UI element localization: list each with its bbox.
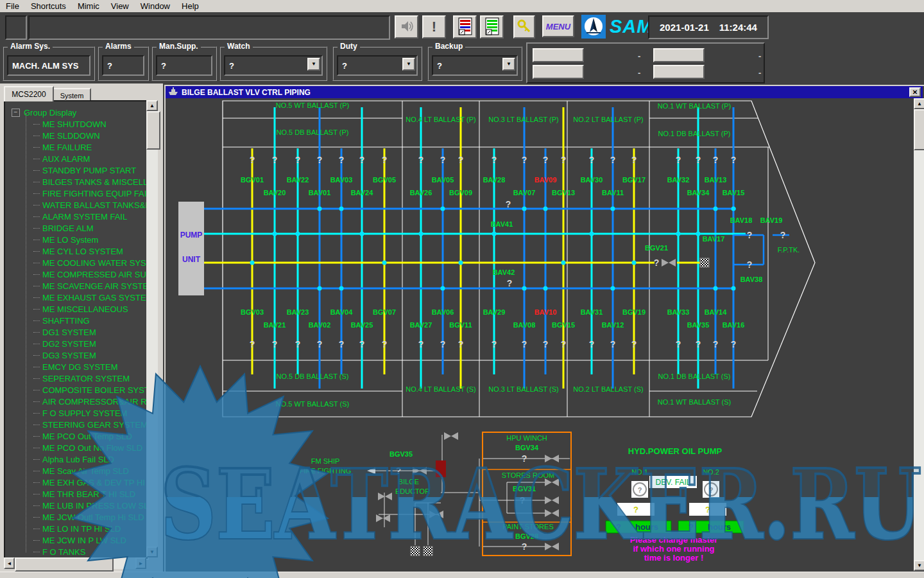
scroll-left-icon[interactable]: ◄ <box>4 557 15 569</box>
group-value-field[interactable]: ? <box>156 55 212 76</box>
sidebar-item-me-scavenge-air-system[interactable]: ME SCAVENGE AIR SYSTEM <box>33 280 149 292</box>
valve-column-BAV24[interactable]: ??BAV24BAV25 <box>351 107 374 389</box>
sidebar-item-dg3-system[interactable]: DG3 SYSTEM <box>33 349 96 361</box>
key-button[interactable] <box>513 15 535 39</box>
pump-status-box[interactable]: ? <box>617 503 654 516</box>
valve-symbol[interactable] <box>545 455 559 462</box>
chevron-down-icon[interactable]: ▼ <box>402 58 415 71</box>
pump-gauge[interactable]: ? <box>703 481 719 498</box>
horn-silence-button[interactable] <box>395 15 418 39</box>
running-hours-bar[interactable]: ?hours <box>678 521 744 533</box>
group-value-field[interactable]: MACH. ALM SYS <box>7 55 90 76</box>
valve-column-BAV28[interactable]: ??BAV28BAV29 <box>483 148 506 374</box>
sidebar-item-me-exhaust-gas-system[interactable]: ME EXHAUST GAS SYSTEM <box>33 292 149 303</box>
valve-symbol[interactable] <box>545 509 559 517</box>
valve-column-BAV11[interactable]: ??BAV11BAV12 <box>602 107 624 389</box>
sidebar-item-composite-boiler-syste[interactable]: COMPOSITE BOILER SYSTE <box>33 384 149 396</box>
menu-button[interactable]: MENU <box>542 15 574 37</box>
sidebar-item-me-lo-system[interactable]: ME LO System <box>33 234 98 245</box>
menu-shortcuts[interactable]: Shortcuts <box>25 1 72 11</box>
sidebar-item-fire-fighting-equip-fail[interactable]: FIRE FIGHTING EQUIP FAIL <box>33 188 149 199</box>
window-titlebar[interactable]: BILGE BALLAST VLV CTRL PIPING ✕ <box>166 86 923 98</box>
duty-slot-button[interactable] <box>533 48 584 62</box>
valve-column-BAV22[interactable]: ??BAV22BAV23 <box>287 148 309 374</box>
group-value-field[interactable]: ?▼ <box>224 55 323 76</box>
sidebar-item-seperator-system[interactable]: SEPERATOR SYSTEM <box>33 372 130 384</box>
sidebar-item-me-miscellaneous[interactable]: ME MISCELLANEOUS <box>33 303 128 315</box>
sidebar-item-dg2-system[interactable]: DG2 SYSTEM <box>33 338 96 349</box>
close-icon[interactable]: ✕ <box>909 87 921 97</box>
sidebar-item-me-pco-out-no-flow-sld[interactable]: ME PCO Out No Flow SLD <box>33 442 142 453</box>
sidebar-vscrollbar[interactable]: ▲ ▼ <box>146 100 158 557</box>
running-hours-bar[interactable]: ?hours <box>606 521 671 533</box>
menu-mimic[interactable]: Mimic <box>72 1 105 11</box>
valve-column-BAV05[interactable]: ??BAV05BAV06 <box>432 148 454 374</box>
sidebar-item-me-cyl-lo-system[interactable]: ME CYL LO SYSTEM <box>33 245 123 257</box>
pump-status-box[interactable]: ? <box>689 503 726 516</box>
duty-slot-button[interactable] <box>533 65 584 79</box>
valve-column-BAV07[interactable]: ??BAV07BAV08 <box>513 107 536 389</box>
valve-symbol[interactable] <box>545 496 559 504</box>
window-vscroll-thumb[interactable] <box>914 109 924 150</box>
sidebar-item-me-jcw-outl-temp-hi-sld[interactable]: ME JCW Outl Temp Hi SLD <box>33 511 144 523</box>
sidebar-item-me-failure[interactable]: ME FAILURE <box>33 141 92 153</box>
event-list-button[interactable] <box>480 15 504 39</box>
valve-symbol[interactable] <box>545 478 559 486</box>
chevron-down-icon[interactable]: ▼ <box>502 58 515 71</box>
sidebar-item-steering-gear-system[interactable]: STEERING GEAR SYSTEM <box>33 419 148 430</box>
sidebar-vscroll-thumb[interactable] <box>146 111 160 150</box>
sidebar-item-alarm-system-fail[interactable]: ALARM SYSTEM FAIL <box>33 211 127 222</box>
sidebar-item-bilges-tanks-miscell-a[interactable]: BILGES TANKS & MISCELL A <box>33 176 149 188</box>
tree-root[interactable]: − Group Display <box>12 107 76 118</box>
valve-column-BAV15[interactable]: ??BAV15BAV16 <box>723 107 745 389</box>
scroll-up-icon[interactable]: ▲ <box>146 100 158 111</box>
sidebar-item-me-shutdown[interactable]: ME SHUTDOWN <box>33 118 107 130</box>
menu-window[interactable]: Window <box>135 1 176 11</box>
valve-symbol[interactable] <box>429 511 443 518</box>
valve-column-BAV32[interactable]: ??BAV32BAV33 <box>667 148 690 374</box>
sidebar-item-me-lo-in-tp-hi-sld[interactable]: ME LO IN TP HI SLD <box>33 523 121 534</box>
duty-slot-button[interactable] <box>653 48 705 62</box>
valve-symbol[interactable] <box>545 543 559 550</box>
sidebar-item-me-thr-bear-t-hi-sld[interactable]: ME THR BEAR T HI SLD <box>33 488 135 500</box>
sidebar-item-f-o-supply-system[interactable]: F O SUPPLY SYSTEM <box>33 407 127 419</box>
alarm-message-line[interactable] <box>28 15 390 40</box>
sidebar-item-bridge-alm[interactable]: BRIDGE ALM <box>33 222 93 234</box>
valve-symbol[interactable] <box>376 514 390 522</box>
sidebar-item-standby-pump-start[interactable]: STANDBY PUMP START <box>33 164 136 176</box>
valve-column-BAV09[interactable]: ??BAV09BAV10 <box>535 148 557 374</box>
valve-column-BAV20[interactable]: ??BAV20BAV21 <box>264 107 286 389</box>
valve-column-BAV03[interactable]: ??BAV03BAV04 <box>330 148 354 374</box>
sidebar-item-me-lub-in-press-low-sld[interactable]: ME LUB IN PRESS LOW SLD <box>33 500 149 511</box>
scroll-down-icon[interactable]: ▼ <box>146 547 158 557</box>
sidebar-item-f-o-tanks[interactable]: F O TANKS <box>33 546 85 557</box>
sidebar-item-dg1-system[interactable]: DG1 SYSTEM <box>33 326 96 338</box>
sidebar-item-emcy-dg-system[interactable]: EMCY DG SYSTEM <box>33 361 118 372</box>
valve-column-BGV09[interactable]: ??BGV09BGV11 <box>449 107 472 389</box>
collapse-icon[interactable]: − <box>12 109 20 117</box>
group-value-field[interactable]: ?▼ <box>432 55 518 76</box>
duty-slot-button[interactable] <box>653 65 705 79</box>
sidebar-item-alpha-lub-fail-sld[interactable]: Alpha Lub Fail SLD <box>33 453 114 465</box>
tab-system[interactable]: System <box>53 88 91 101</box>
sidebar-item-me-compressed-air-sup[interactable]: ME COMPRESSED AIR SUP <box>33 268 149 280</box>
group-value-field[interactable]: ? <box>102 55 144 76</box>
sidebar-item-me-jcw-in-p-lw-sld[interactable]: ME JCW IN P LW SLD <box>33 534 126 546</box>
alarm-ack-button[interactable]: ! <box>422 15 446 39</box>
pump-unit[interactable]: PUMPUNIT <box>178 202 204 295</box>
sidebar-item-air-compressor-air-res[interactable]: AIR COMPRESSOR&AIR RES <box>33 396 149 407</box>
sidebar-item-me-cooling-water-syste[interactable]: ME COOLING WATER SYSTE <box>33 257 149 268</box>
alarm-list-button[interactable] <box>453 15 477 39</box>
window-vscrollbar[interactable]: ▲ ▼ <box>914 98 924 571</box>
sidebar-hscroll-thumb[interactable] <box>15 557 114 572</box>
valve-column-BAV30[interactable]: ??BAV30BAV31 <box>581 148 603 374</box>
tab-mcs2200[interactable]: MCS2200 <box>4 86 54 101</box>
scroll-up-icon[interactable]: ▲ <box>914 98 924 109</box>
scroll-right-icon[interactable]: ► <box>135 557 146 569</box>
pump-gauge[interactable]: ? <box>631 481 648 498</box>
sidebar-item-me-exh-gas-dev-tp-hi-s[interactable]: ME EXH GAS & DEV TP HI S <box>33 477 149 488</box>
scroll-down-icon[interactable]: ▼ <box>914 560 924 571</box>
sidebar-item-me-slddown[interactable]: ME SLDDOWN <box>33 130 100 141</box>
sidebar-item-shaftting[interactable]: SHAFTTING <box>33 315 90 326</box>
sidebar-item-me-pco-out-temp-sld[interactable]: ME PCO Out Temp SLD <box>33 430 132 442</box>
